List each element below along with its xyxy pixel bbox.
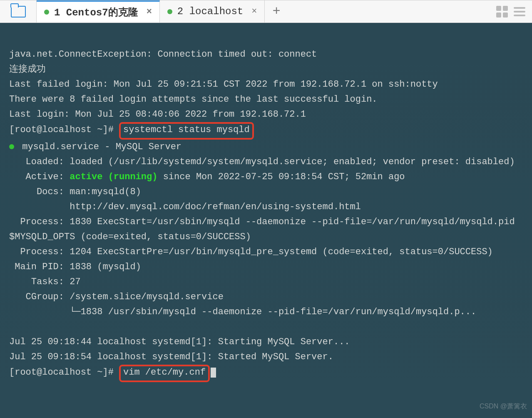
output-line: java.net.ConnectException: Connection ti… [9, 49, 317, 60]
output-line: Last failed login: Mon Jul 25 09:21:51 C… [9, 79, 438, 90]
output-line: Active: [9, 172, 70, 182]
output-line: http://dev.mysql.com/doc/refman/en/using… [9, 202, 361, 212]
prompt: [root@localhost ~]# [9, 367, 119, 378]
terminal-pane[interactable]: java.net.ConnectException: Connection ti… [0, 23, 532, 418]
output-line: Jul 25 09:18:54 localhost systemd[1]: St… [9, 352, 333, 362]
terminal-output: java.net.ConnectException: Connection ti… [9, 47, 525, 382]
folder-icon [11, 6, 26, 18]
output-line: mysqld.service - MySQL Server [17, 142, 181, 152]
watermark: CSDN @萧篱衣 [480, 399, 527, 414]
tab-label: 1 Centos7的克隆 [54, 5, 138, 19]
close-icon[interactable]: × [147, 7, 152, 17]
highlight-box: vim /etc/my.cnf [119, 365, 210, 382]
service-status: active (running) [70, 172, 157, 182]
tab-2[interactable]: 2 localhost × [160, 0, 265, 23]
output-line: Last login: Mon Jul 25 08:40:06 2022 fro… [9, 109, 306, 120]
menu-icon[interactable] [514, 7, 525, 16]
command: vim /etc/my.cnf [123, 367, 206, 378]
new-tab-button[interactable]: + [265, 4, 288, 19]
close-icon[interactable]: × [251, 6, 257, 17]
status-dot-icon [44, 10, 49, 15]
highlight-box: systemctl status mysqld [119, 122, 254, 140]
output-line: Docs: man:mysqld(8) [9, 187, 141, 197]
output-line: since Mon 2022-07-25 09:18:54 CST; 52min… [157, 172, 405, 182]
tab-label: 2 localhost [177, 6, 243, 17]
output-line: Tasks: 27 [9, 277, 81, 287]
tab-1[interactable]: 1 Centos7的克隆 × [37, 0, 160, 23]
output-line: Process: 1204 ExecStartPre=/usr/bin/mysq… [9, 247, 493, 257]
output-line: Loaded: loaded (/usr/lib/systemd/system/… [9, 157, 515, 167]
tab-bar: 1 Centos7的克隆 × 2 localhost × + [0, 0, 532, 23]
output-line: CGroup: /system.slice/mysqld.service [9, 292, 224, 302]
output-line: 连接成功 [9, 64, 46, 75]
folder-button[interactable] [0, 0, 37, 23]
output-line: └─1838 /usr/sbin/mysqld --daemonize --pi… [9, 307, 476, 317]
command: systemctl status mysqld [123, 125, 250, 135]
output-line: Process: 1830 ExecStart=/usr/sbin/mysqld… [9, 217, 520, 242]
prompt: [root@localhost ~]# [9, 125, 119, 135]
output-line: There were 8 failed login attempts since… [9, 94, 378, 105]
cursor-icon [211, 368, 216, 378]
bullet-icon [9, 144, 14, 149]
toolbar-right [496, 6, 532, 18]
grid-view-icon[interactable] [496, 6, 508, 18]
output-line: Jul 25 09:18:44 localhost systemd[1]: St… [9, 337, 350, 347]
status-dot-icon [167, 9, 172, 14]
output-line: Main PID: 1838 (mysqld) [9, 262, 141, 272]
